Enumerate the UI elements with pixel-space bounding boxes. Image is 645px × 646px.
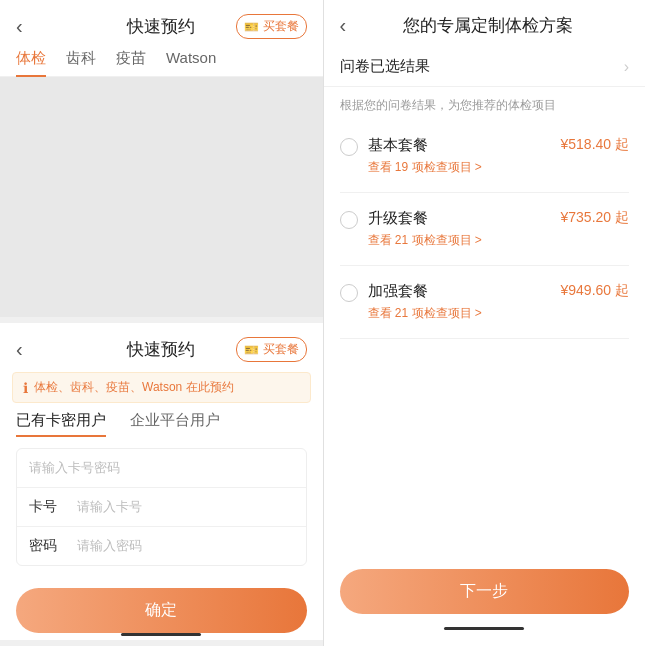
- left-panel: ‹ 快速预约 🎫 买套餐 体检 齿科 疫苗 Watson ‹: [0, 0, 323, 646]
- card-number-row: 卡号 请输入卡号: [17, 488, 306, 527]
- top-header-title: 快速预约: [127, 15, 195, 38]
- sub-tab-card-user[interactable]: 已有卡密用户: [16, 411, 106, 436]
- package-price-upgrade: ¥735.20 起: [561, 209, 630, 227]
- card-password-placeholder: 请输入卡号密码: [29, 460, 120, 475]
- buy-card-label-bottom: 买套餐: [263, 341, 299, 358]
- package-item-upgrade: 升级套餐 查看 21 项检查项目 > ¥735.20 起: [340, 193, 630, 266]
- package-item-enhanced: 加强套餐 查看 21 项检查项目 > ¥949.60 起: [340, 266, 630, 339]
- bottom-header: ‹ 快速预约 🎫 买套餐: [0, 323, 323, 372]
- home-indicator-left: [0, 633, 323, 640]
- left-top-section: ‹ 快速预约 🎫 买套餐 体检 齿科 疫苗 Watson: [0, 0, 323, 323]
- survey-result-label: 问卷已选结果: [340, 57, 430, 76]
- next-button[interactable]: 下一步: [340, 569, 630, 614]
- package-name-upgrade: 升级套餐: [368, 209, 561, 228]
- back-button-top[interactable]: ‹: [16, 15, 23, 38]
- sub-tab-enterprise[interactable]: 企业平台用户: [130, 411, 220, 436]
- chevron-right-icon: ›: [624, 58, 629, 76]
- package-link-basic[interactable]: 查看 19 项检查项目 >: [368, 159, 561, 176]
- buy-card-label-top: 买套餐: [263, 18, 299, 35]
- back-button-bottom[interactable]: ‹: [16, 338, 23, 361]
- buy-card-icon-bottom: 🎫: [244, 343, 259, 357]
- indicator-bar-left: [121, 633, 201, 636]
- right-header: ‹ 您的专属定制体检方案: [324, 0, 646, 47]
- notice-bar: ℹ 体检、齿科、疫苗、Watson 在此预约: [12, 372, 311, 403]
- notice-text: 体检、齿科、疫苗、Watson 在此预约: [34, 379, 234, 396]
- right-footer: 下一步: [324, 557, 646, 646]
- tab-vaccine[interactable]: 疫苗: [116, 49, 146, 76]
- recommend-text: 根据您的问卷结果，为您推荐的体检项目: [324, 87, 646, 120]
- buy-card-icon-top: 🎫: [244, 20, 259, 34]
- card-number-input[interactable]: 请输入卡号: [77, 498, 142, 516]
- package-info-basic: 基本套餐 查看 19 项检查项目 >: [368, 136, 561, 176]
- card-password-group: 请输入卡号密码 卡号 请输入卡号 密码 请输入密码: [16, 448, 307, 566]
- card-password-top-input[interactable]: 请输入卡号密码: [17, 449, 306, 488]
- top-content-area: [0, 77, 323, 317]
- notice-icon: ℹ: [23, 380, 28, 396]
- bottom-header-title: 快速预约: [127, 338, 195, 361]
- package-item-basic: 基本套餐 查看 19 项检查项目 > ¥518.40 起: [340, 120, 630, 193]
- sub-tabs: 已有卡密用户 企业平台用户: [0, 411, 323, 436]
- package-name-basic: 基本套餐: [368, 136, 561, 155]
- package-link-enhanced[interactable]: 查看 21 项检查项目 >: [368, 305, 561, 322]
- main-tabs: 体检 齿科 疫苗 Watson: [0, 49, 323, 77]
- form-section: 请输入卡号密码 卡号 请输入卡号 密码 请输入密码: [0, 448, 323, 576]
- package-name-enhanced: 加强套餐: [368, 282, 561, 301]
- left-bottom-section: ‹ 快速预约 🎫 买套餐 ℹ 体检、齿科、疫苗、Watson 在此预约 已有卡密…: [0, 323, 323, 640]
- buy-card-button-bottom[interactable]: 🎫 买套餐: [236, 337, 307, 362]
- tab-watson[interactable]: Watson: [166, 49, 216, 76]
- buy-card-button-top[interactable]: 🎫 买套餐: [236, 14, 307, 39]
- radio-enhanced[interactable]: [340, 284, 358, 302]
- package-link-upgrade[interactable]: 查看 21 项检查项目 >: [368, 232, 561, 249]
- confirm-button[interactable]: 确定: [16, 588, 307, 633]
- right-header-title: 您的专属定制体检方案: [346, 14, 629, 37]
- survey-result-row[interactable]: 问卷已选结果 ›: [324, 47, 646, 87]
- card-label: 卡号: [29, 498, 65, 516]
- password-input[interactable]: 请输入密码: [77, 537, 142, 555]
- radio-basic[interactable]: [340, 138, 358, 156]
- package-price-enhanced: ¥949.60 起: [561, 282, 630, 300]
- home-indicator-right: [340, 614, 630, 634]
- indicator-bar-right: [444, 627, 524, 630]
- password-label: 密码: [29, 537, 65, 555]
- package-info-upgrade: 升级套餐 查看 21 项检查项目 >: [368, 209, 561, 249]
- package-list: 基本套餐 查看 19 项检查项目 > ¥518.40 起 升级套餐 查看 21 …: [324, 120, 646, 557]
- password-row: 密码 请输入密码: [17, 527, 306, 565]
- package-price-basic: ¥518.40 起: [561, 136, 630, 154]
- back-button-right[interactable]: ‹: [340, 14, 347, 37]
- tab-dental[interactable]: 齿科: [66, 49, 96, 76]
- tab-physical[interactable]: 体检: [16, 49, 46, 76]
- radio-upgrade[interactable]: [340, 211, 358, 229]
- package-info-enhanced: 加强套餐 查看 21 项检查项目 >: [368, 282, 561, 322]
- top-header: ‹ 快速预约 🎫 买套餐: [0, 0, 323, 49]
- right-panel: ‹ 您的专属定制体检方案 问卷已选结果 › 根据您的问卷结果，为您推荐的体检项目…: [324, 0, 646, 646]
